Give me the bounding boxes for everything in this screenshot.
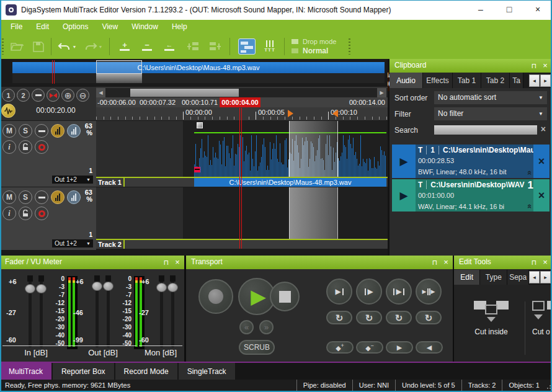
play-between-marks-button[interactable]: ▶ (386, 278, 412, 305)
forward-button[interactable]: » (259, 320, 274, 334)
selection-region[interactable] (289, 121, 338, 177)
pin-icon[interactable]: ⊓ (162, 257, 171, 267)
search-input[interactable] (434, 125, 537, 135)
stop-button[interactable] (270, 282, 300, 311)
mute-button[interactable]: M (2, 190, 16, 204)
scroll-left-icon[interactable]: ◀ (96, 88, 105, 97)
split-left-icon[interactable] (184, 38, 202, 55)
track-2-output-select[interactable]: Out 1+2▼ (52, 239, 93, 247)
move-to-start-icon[interactable]: ← (160, 38, 179, 55)
tab-multitrack[interactable]: MultiTrack (0, 363, 51, 380)
tab-1[interactable]: Tab 1 (453, 73, 481, 88)
meter-blue-icon[interactable] (67, 190, 81, 204)
track-1-file-bar[interactable]: C:\Users\nin\Desktop\Maus-48.mp3.wav (194, 178, 386, 187)
info-button[interactable]: i (2, 140, 16, 154)
drop-mode-value[interactable]: Normal (303, 47, 328, 55)
tab-scroll-right-icon[interactable]: ▸ (540, 271, 551, 283)
solo-button[interactable]: S (19, 124, 32, 138)
mute-button[interactable]: M (2, 124, 16, 138)
minimize-button[interactable]: – (466, 0, 495, 20)
meter-gold-icon[interactable] (51, 124, 65, 138)
pin-icon[interactable]: ⊓ (430, 257, 439, 267)
scrollbar-thumb[interactable] (130, 89, 239, 97)
menu-help[interactable]: Help (165, 20, 194, 34)
remove-track-icon[interactable]: − (138, 38, 156, 55)
clear-search-icon[interactable]: × (541, 124, 546, 134)
tab-separate[interactable]: Sepa (507, 270, 529, 285)
collapse-item-icon[interactable]: « (525, 171, 533, 175)
fader-knob[interactable] (167, 283, 178, 292)
play-from-mark-button[interactable]: ▶ (356, 278, 382, 305)
timeline-scrollbar[interactable]: ◀ ▶ (96, 88, 388, 97)
tab-effects[interactable]: Effects (423, 73, 453, 88)
prev-marker-button[interactable]: ◀ (416, 341, 443, 354)
toolbar-grip[interactable] (2, 38, 4, 55)
pin-icon[interactable]: ⊓ (530, 61, 538, 71)
fader-knob[interactable] (92, 282, 102, 291)
record-arm-button[interactable] (35, 207, 48, 220)
clip-start-marker[interactable] (194, 167, 200, 172)
save-icon[interactable] (30, 38, 47, 55)
mark-out-marker-icon[interactable] (332, 110, 338, 117)
close-panel-icon[interactable]: × (541, 61, 550, 71)
tab-scroll-left-icon[interactable]: ◂ (529, 74, 540, 87)
loop-button[interactable]: ↻ (356, 311, 382, 324)
add-marker-button[interactable]: ◆+ (326, 341, 354, 354)
tab-record-mode[interactable]: Record Mode (115, 363, 177, 380)
menu-options[interactable]: Options (56, 20, 95, 34)
pin-icon[interactable]: ⊓ (530, 257, 538, 267)
playhead[interactable] (239, 108, 242, 249)
scrub-button[interactable]: SCRUB (239, 340, 275, 355)
close-button[interactable]: × (523, 0, 552, 20)
clip-handle[interactable] (197, 122, 203, 128)
scroll-right-icon[interactable]: ▶ (377, 88, 386, 97)
collapse-track-button[interactable] (35, 190, 48, 204)
tab-2[interactable]: Tab 2 (481, 73, 510, 88)
overview-view-window[interactable] (96, 60, 142, 74)
sort-order-select[interactable]: No automatic sort▼ (434, 91, 547, 104)
fader-knob[interactable] (103, 282, 114, 291)
zoom-preset-2-button[interactable]: 2 (17, 89, 30, 102)
tab-3[interactable]: Ta (510, 73, 523, 88)
collapse-button[interactable] (32, 89, 45, 102)
undo-dropdown-icon[interactable]: ▼ (73, 45, 77, 49)
play-to-mark-button[interactable]: ▶ (326, 278, 352, 305)
meter-blue-icon[interactable] (67, 124, 81, 138)
overview-playhead[interactable] (52, 60, 55, 84)
clipboard-item-1[interactable]: ▶ T1C:\Users\nin\Desktop\Mau 00:00:28.53… (392, 145, 550, 178)
tab-type[interactable]: Type (480, 270, 507, 285)
open-icon[interactable] (9, 38, 26, 55)
selection-region[interactable] (289, 187, 338, 239)
fader-knob[interactable] (36, 284, 47, 293)
record-button[interactable] (198, 279, 233, 314)
loop-button[interactable]: ↻ (326, 311, 352, 324)
cut-inside-tool[interactable]: Cut inside (460, 299, 522, 336)
drop-mode-icon2[interactable] (292, 48, 298, 53)
menu-view[interactable]: View (95, 20, 125, 34)
track-1-output-select[interactable]: Out 1+2▼ (52, 176, 93, 184)
next-marker-button[interactable]: ▶ (386, 341, 413, 354)
maximize-button[interactable]: □ (495, 0, 523, 20)
tab-scroll-right-icon[interactable]: ▸ (540, 74, 551, 87)
menu-window[interactable]: Window (125, 20, 165, 34)
lock-button[interactable] (19, 207, 32, 220)
collapse-item-icon[interactable]: « (525, 204, 533, 208)
waveform-display-button[interactable] (1, 104, 16, 118)
redo-icon[interactable]: ▼ (82, 38, 104, 55)
filter-select[interactable]: No filter▼ (434, 107, 547, 120)
play-icon[interactable]: ▶ (392, 145, 416, 178)
zoom-preset-1-button[interactable]: 1 (2, 89, 15, 102)
tab-reporter-box[interactable]: Reporter Box (53, 363, 114, 380)
rewind-button[interactable]: « (239, 320, 254, 334)
close-panel-icon[interactable]: × (442, 257, 450, 267)
menu-file[interactable]: File (4, 20, 29, 34)
track-1-content[interactable] (96, 121, 388, 177)
remove-item-icon[interactable]: × (533, 179, 550, 212)
resize-grip[interactable] (546, 385, 551, 390)
solo-button[interactable]: S (19, 190, 32, 204)
time-ruler[interactable]: 00:00:00 00:00:05 00:00:10 (96, 107, 388, 120)
drop-mode-icon[interactable] (292, 39, 298, 44)
play-around-button[interactable]: ▶▶ (416, 278, 442, 305)
track-text-view-icon[interactable]: TTT (260, 38, 279, 55)
collapse-track-button[interactable] (35, 124, 48, 138)
